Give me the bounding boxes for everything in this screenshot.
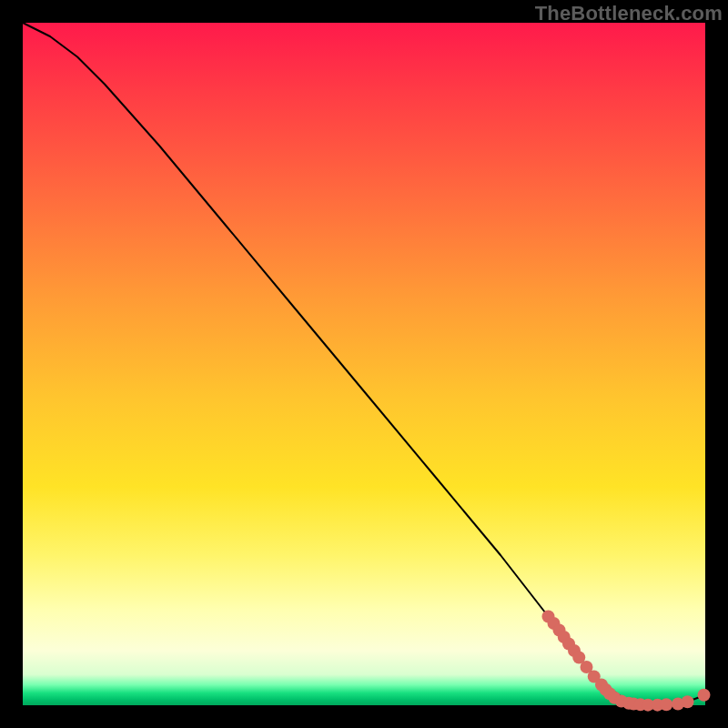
chart-frame: TheBottleneck.com bbox=[0, 0, 728, 728]
dot bbox=[698, 689, 711, 702]
dot bbox=[682, 695, 694, 708]
dot bbox=[660, 698, 672, 711]
bottleneck-curve bbox=[23, 23, 705, 705]
plot-area bbox=[23, 23, 705, 705]
chart-svg bbox=[23, 23, 705, 705]
highlight-dots bbox=[542, 611, 711, 712]
